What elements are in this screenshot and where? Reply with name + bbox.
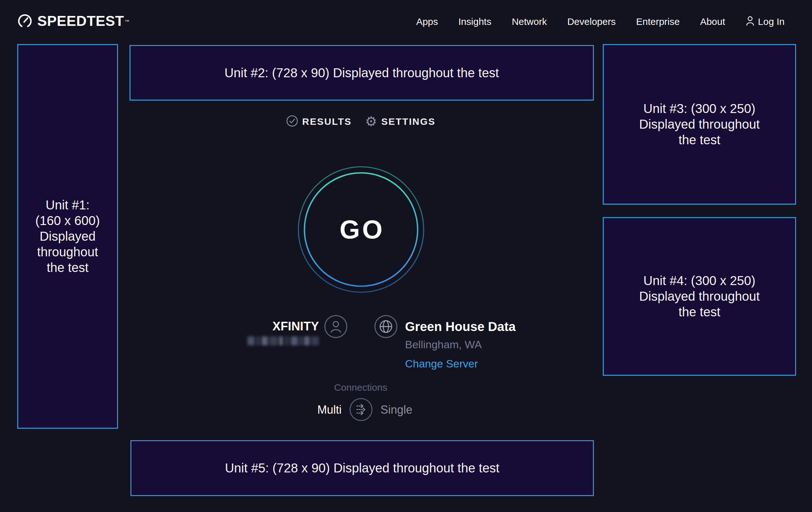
person-icon <box>746 16 755 28</box>
trademark-mark: ™ <box>125 19 130 24</box>
login-button[interactable]: Log In <box>746 15 785 28</box>
tab-results-label: RESULTS <box>302 116 352 127</box>
ad-unit-5[interactable]: Unit #5: (728 x 90) Displayed throughout… <box>130 440 594 496</box>
ad-unit-2-text: Unit #2: (728 x 90) Displayed throughout… <box>225 65 499 81</box>
connections-multi-option[interactable]: Multi <box>317 403 342 417</box>
ad-unit-1-text: Unit #1: (160 x 600) Displayed throughou… <box>29 197 106 275</box>
main-nav: Apps Insights Network Developers Enterpr… <box>416 15 785 28</box>
nav-item-enterprise[interactable]: Enterprise <box>636 15 679 28</box>
ad-unit-5-text: Unit #5: (728 x 90) Displayed throughout… <box>225 460 499 476</box>
server-location: Bellingham, WA <box>405 339 482 350</box>
ad-unit-1[interactable]: Unit #1: (160 x 600) Displayed throughou… <box>17 44 118 429</box>
go-button-label: GO <box>294 162 428 297</box>
nav-item-developers[interactable]: Developers <box>568 15 616 28</box>
isp-name: XFINITY <box>272 319 319 333</box>
dashed-arrows-circle-icon[interactable] <box>349 397 373 422</box>
ad-unit-3[interactable]: Unit #3: (300 x 250) Displayed throughou… <box>603 44 796 205</box>
speedtest-page: SPEEDTEST™ Apps Insights Network Develop… <box>0 0 812 512</box>
change-server-link[interactable]: Change Server <box>405 357 478 370</box>
login-label: Log In <box>758 15 785 28</box>
ad-unit-3-text: Unit #3: (300 x 250) Displayed throughou… <box>633 101 766 148</box>
connections-title: Connections <box>118 382 603 393</box>
ad-unit-2[interactable]: Unit #2: (728 x 90) Displayed throughout… <box>129 45 594 101</box>
tab-settings[interactable]: ⚙ SETTINGS <box>365 115 436 128</box>
nav-item-network[interactable]: Network <box>512 15 547 28</box>
server-info: Green House Data Bellingham, WA Change S… <box>405 319 516 370</box>
nav-item-insights[interactable]: Insights <box>458 15 491 28</box>
brand-wordmark: SPEEDTEST™ <box>37 13 130 29</box>
nav-item-apps[interactable]: Apps <box>416 15 438 28</box>
gear-icon: ⚙ <box>365 115 377 128</box>
tab-settings-label: SETTINGS <box>381 116 435 127</box>
ad-unit-4[interactable]: Unit #4: (300 x 250) Displayed throughou… <box>603 217 796 376</box>
gauge-icon <box>17 14 32 30</box>
speedtest-logo[interactable]: SPEEDTEST™ <box>17 13 130 30</box>
server-name: Green House Data <box>405 319 516 334</box>
check-circle-icon <box>286 115 298 128</box>
isp-detail-redacted <box>248 336 319 345</box>
nav-item-about[interactable]: About <box>700 15 725 28</box>
ad-unit-4-text: Unit #4: (300 x 250) Displayed throughou… <box>633 273 766 320</box>
tab-results[interactable]: RESULTS <box>286 115 352 128</box>
result-settings-tabs: RESULTS ⚙ SETTINGS <box>118 115 603 128</box>
globe-circle-icon <box>374 315 398 339</box>
connections-single-option[interactable]: Single <box>380 403 412 417</box>
isp-info: XFINITY <box>248 319 319 345</box>
go-button[interactable]: GO <box>294 162 428 297</box>
person-circle-icon <box>324 315 348 339</box>
